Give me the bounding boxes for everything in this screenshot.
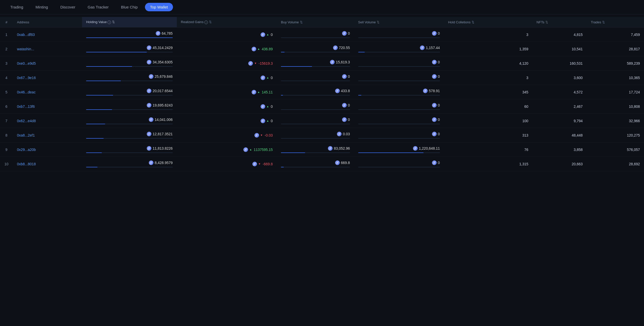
realized-cell: Ξ ▼ -669.8 [177, 157, 277, 171]
arrow-down-icon: ▼ [254, 62, 257, 65]
eth-icon: Ξ [252, 47, 256, 51]
address-cell: 0x46...deac [13, 85, 82, 99]
eth-icon: Ξ [149, 117, 153, 122]
holding-cell: Ξ 19,695.6243 [82, 99, 177, 114]
hold-collections-cell: 100 [444, 114, 532, 128]
nav-item-discover[interactable]: Discover [55, 3, 80, 11]
address-link[interactable]: 0xa8...2ef1 [17, 133, 35, 137]
sell-value: 1,220,648.11 [419, 146, 440, 150]
address-link[interactable]: 0xb8...8018 [17, 162, 36, 166]
holding-bar [86, 66, 173, 67]
address-link[interactable]: 0xab...df83 [17, 33, 35, 37]
eth-icon: Ξ [248, 61, 253, 66]
col-header-rank: # [0, 17, 13, 27]
table-row: 90x29...a20b Ξ 11,813.8226 Ξ ▲ 1137595.1… [0, 142, 644, 157]
col-header-nfts[interactable]: NFTs⇅ [532, 17, 587, 27]
realized-value: 0 [271, 76, 273, 80]
col-header-holding[interactable]: Holding Valuei⇅ [82, 17, 177, 27]
arrow-down-icon: ▼ [258, 162, 261, 165]
col-header-realized[interactable]: Realized Gainsi⇅ [177, 17, 277, 27]
table-row: 2watashin... Ξ 45,314.2429 Ξ ▲ 436.89 Ξ … [0, 42, 644, 56]
hold-collections-cell: 345 [444, 85, 532, 99]
table-row: 40x67...9e16 Ξ 25,679.846 Ξ ▲ 0 Ξ 0 [0, 71, 644, 85]
holding-bar [86, 37, 173, 38]
eth-icon: Ξ [149, 160, 153, 165]
address-cell: 0x62...e4d8 [13, 114, 82, 128]
holding-cell: Ξ 34,354.6305 [82, 56, 177, 71]
address-cell: 0xab...df83 [13, 27, 82, 42]
eth-icon: Ξ [147, 146, 151, 151]
buy-cell: Ξ 15,619.3 [277, 56, 354, 71]
sell-value: 0 [438, 103, 440, 107]
arrow-up-icon: ▲ [266, 105, 269, 108]
sell-cell: Ξ 0 [354, 128, 444, 142]
buy-value: 0 [348, 118, 350, 122]
realized-cell: Ξ ▼ -15619.3 [177, 56, 277, 71]
realized-value: -669.8 [263, 162, 273, 166]
sell-value: 0 [438, 132, 440, 136]
eth-icon: Ξ [261, 75, 265, 80]
nfts-cell: 3,600 [532, 71, 587, 85]
nav-item-minting[interactable]: Minting [30, 3, 53, 11]
holding-value: 11,813.8226 [153, 146, 173, 150]
eth-icon: Ξ [335, 160, 340, 165]
realized-cell: Ξ ▲ 0 [177, 27, 277, 42]
nav-item-gas-tracker[interactable]: Gas Tracker [82, 3, 114, 11]
address-link[interactable]: 0x29...a20b [17, 148, 36, 152]
sort-icon: ⇅ [545, 20, 548, 24]
buy-cell: Ξ 0 [277, 71, 354, 85]
address-link[interactable]: 0xb7...13f6 [17, 104, 35, 109]
col-header-buy[interactable]: Buy Volume⇅ [277, 17, 354, 27]
nav-item-blue-chip[interactable]: Blue Chip [116, 3, 143, 11]
buy-cell: Ξ 669.8 [277, 157, 354, 171]
address-link[interactable]: 0xe0...e9d5 [17, 61, 36, 65]
sell-bar [358, 81, 440, 81]
col-header-sell[interactable]: Sell Volume⇅ [354, 17, 444, 27]
buy-cell: Ξ 0.03 [277, 128, 354, 142]
eth-icon: Ξ [252, 162, 257, 166]
address-link[interactable]: 0x46...deac [17, 90, 35, 94]
col-header-hold[interactable]: Hold Colletions⇅ [444, 17, 532, 27]
buy-value: 720.55 [339, 46, 350, 50]
trades-cell: 120,275 [587, 128, 644, 142]
hold-collections-cell: 3 [444, 27, 532, 42]
buy-value: 0.03 [343, 132, 350, 136]
realized-value: 0 [271, 119, 273, 123]
info-icon[interactable]: i [107, 21, 111, 24]
main-table-container: #AddressHolding Valuei⇅Realized Gainsi⇅B… [0, 14, 644, 174]
eth-icon: Ξ [261, 104, 265, 109]
arrow-up-icon: ▲ [266, 76, 269, 79]
col-header-address: Address [13, 17, 82, 27]
address-link[interactable]: watashin... [17, 47, 34, 51]
arrow-up-icon: ▲ [257, 91, 260, 93]
address-cell: watashin... [13, 42, 82, 56]
sell-bar [358, 138, 440, 139]
info-icon[interactable]: i [204, 21, 208, 24]
sell-bar [358, 152, 440, 153]
sell-value: 0 [438, 60, 440, 64]
eth-icon: Ξ [261, 32, 265, 37]
trades-cell: 28,692 [587, 157, 644, 171]
nfts-cell: 160,531 [532, 56, 587, 71]
nav-item-top-wallet[interactable]: Top Wallet [145, 3, 173, 11]
nfts-cell: 48,448 [532, 128, 587, 142]
sell-bar [358, 167, 440, 167]
nav-item-trading[interactable]: Trading [5, 3, 28, 11]
eth-icon: Ξ [147, 89, 151, 93]
address-link[interactable]: 0x67...9e16 [17, 76, 36, 80]
buy-bar [281, 37, 350, 38]
sell-cell: Ξ 0 [354, 71, 444, 85]
hold-collections-cell: 4,120 [444, 56, 532, 71]
table-row: 50x46...deac Ξ 20,017.6544 Ξ ▲ 145.11 Ξ … [0, 85, 644, 99]
holding-value: 45,314.2429 [153, 46, 173, 50]
address-link[interactable]: 0x62...e4d8 [17, 119, 36, 123]
eth-icon: Ξ [147, 45, 151, 50]
eth-icon: Ξ [432, 74, 437, 79]
rank-cell: 10 [0, 157, 13, 171]
sell-cell: Ξ 578.91 [354, 85, 444, 99]
holding-bar [86, 152, 173, 153]
trades-cell: 17,724 [587, 85, 644, 99]
hold-collections-cell: 3 [444, 71, 532, 85]
col-header-trades[interactable]: Trades⇅ [587, 17, 644, 27]
buy-value: 0 [348, 74, 350, 79]
